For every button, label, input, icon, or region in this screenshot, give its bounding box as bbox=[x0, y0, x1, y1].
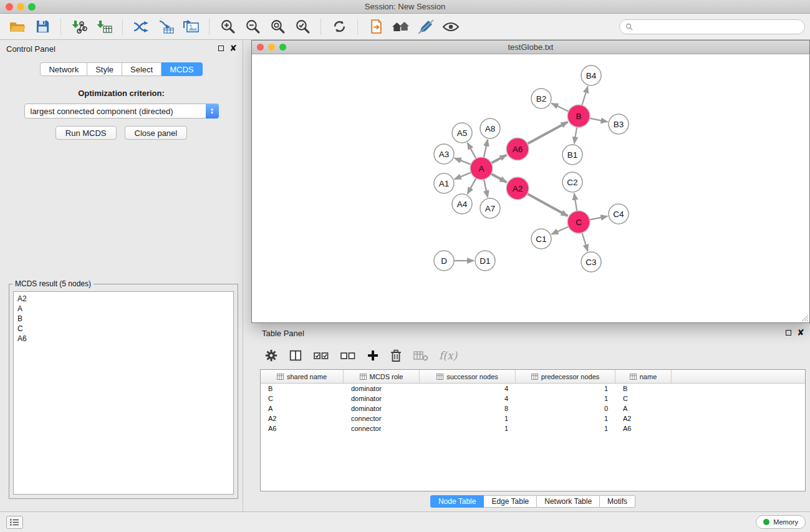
column-header-name[interactable]: name bbox=[615, 370, 672, 383]
graph-node-A3[interactable]: A3 bbox=[434, 144, 454, 164]
tab-select[interactable]: Select bbox=[122, 62, 162, 76]
graph-edge-C-C4[interactable] bbox=[590, 216, 608, 220]
select-all-button[interactable] bbox=[313, 349, 329, 362]
mcds-result-item[interactable]: A bbox=[17, 304, 229, 314]
import-network-from-database-button[interactable] bbox=[130, 16, 152, 37]
graph-edge-B-B2[interactable] bbox=[551, 104, 568, 112]
graph-node-C3[interactable]: C3 bbox=[581, 252, 601, 272]
show-graphics-details-button[interactable] bbox=[440, 16, 462, 37]
deselect-all-button[interactable] bbox=[340, 349, 356, 362]
mcds-result-item[interactable]: B bbox=[17, 314, 229, 324]
graph-node-A[interactable]: A bbox=[470, 157, 493, 180]
show-columns-button[interactable] bbox=[289, 349, 302, 362]
table-row[interactable]: Cdominator41C bbox=[261, 394, 805, 404]
table-row[interactable]: Adominator80A bbox=[261, 404, 805, 414]
graph-edge-C-C2[interactable] bbox=[574, 193, 577, 211]
graph-edge-C-C1[interactable] bbox=[551, 226, 568, 234]
tab-style[interactable]: Style bbox=[87, 62, 122, 76]
table-settings-button[interactable] bbox=[264, 349, 278, 362]
search-field[interactable] bbox=[619, 19, 805, 34]
graph-node-D[interactable]: D bbox=[434, 251, 454, 271]
graph-node-C[interactable]: C bbox=[567, 211, 590, 233]
import-table-from-file-button[interactable] bbox=[93, 16, 115, 37]
graph-node-A6[interactable]: A6 bbox=[506, 138, 529, 160]
graph-edge-A-A1[interactable] bbox=[455, 173, 471, 180]
graph-node-A2[interactable]: A2 bbox=[506, 177, 529, 200]
graph-edge-C-C3[interactable] bbox=[582, 233, 587, 251]
float-panel-icon[interactable] bbox=[218, 46, 224, 51]
annotation-mode-button[interactable] bbox=[415, 16, 437, 37]
graph-node-B[interactable]: B bbox=[567, 105, 590, 127]
graph-edge-B-B4[interactable] bbox=[582, 86, 587, 105]
function-builder-button[interactable]: f(x) bbox=[439, 349, 457, 362]
graph-edge-B-B1[interactable] bbox=[574, 127, 577, 143]
panel-selector-button[interactable] bbox=[6, 516, 23, 529]
delete-table-button[interactable] bbox=[413, 349, 428, 362]
import-network-from-file-button[interactable] bbox=[68, 16, 90, 37]
zoom-selected-button[interactable] bbox=[291, 16, 314, 37]
export-image-button[interactable] bbox=[180, 16, 202, 37]
mcds-result-list[interactable]: A2ABCA6 bbox=[13, 291, 234, 495]
apply-layout-button[interactable] bbox=[328, 16, 350, 37]
graph-edge-A-A2[interactable] bbox=[491, 174, 507, 183]
float-table-panel-icon[interactable] bbox=[786, 330, 791, 336]
graph-node-C4[interactable]: C4 bbox=[609, 204, 629, 224]
mcds-result-item[interactable]: A6 bbox=[17, 334, 229, 344]
close-table-panel-icon[interactable]: ✘ bbox=[797, 329, 804, 336]
open-session-button[interactable] bbox=[6, 16, 29, 37]
graph-node-A5[interactable]: A5 bbox=[452, 123, 472, 143]
tab-network-table[interactable]: Network Table bbox=[537, 495, 600, 508]
column-header-shared-name[interactable]: shared name bbox=[261, 370, 344, 383]
graph-node-B4[interactable]: B4 bbox=[581, 65, 601, 85]
tab-network[interactable]: Network bbox=[40, 62, 87, 76]
save-session-button[interactable] bbox=[31, 16, 54, 37]
tab-mcds[interactable]: MCDS bbox=[162, 62, 202, 76]
mcds-result-item[interactable]: A2 bbox=[17, 294, 229, 304]
graph-node-A8[interactable]: A8 bbox=[480, 118, 500, 138]
graph-edge-A-A6[interactable] bbox=[491, 155, 506, 163]
zoom-fit-button[interactable] bbox=[266, 16, 289, 37]
network-canvas[interactable]: B4B2BB3A5A8A6B1A3AC2A1A2A4A7C4CC1C3DD1 bbox=[252, 54, 809, 322]
graph-node-B1[interactable]: B1 bbox=[562, 145, 582, 165]
delete-column-button[interactable] bbox=[390, 349, 402, 362]
table-row[interactable]: Bdominator41B bbox=[261, 384, 805, 394]
column-header-successor-nodes[interactable]: successor nodes bbox=[420, 370, 516, 383]
table-row[interactable]: A2connector11A2 bbox=[261, 414, 805, 423]
tab-motifs[interactable]: Motifs bbox=[600, 495, 635, 508]
export-network-button[interactable] bbox=[365, 16, 387, 37]
graph-node-A4[interactable]: A4 bbox=[452, 194, 472, 214]
table-row[interactable]: A6connector11A6 bbox=[261, 423, 805, 433]
zoom-in-button[interactable] bbox=[216, 16, 239, 37]
graph-node-B3[interactable]: B3 bbox=[609, 114, 629, 134]
tab-edge-table[interactable]: Edge Table bbox=[484, 495, 537, 508]
graph-edge-A-A8[interactable] bbox=[484, 140, 488, 158]
close-panel-button[interactable]: Close panel bbox=[125, 126, 188, 140]
graph-edge-A-A5[interactable] bbox=[468, 143, 476, 158]
graph-edge-A-A3[interactable] bbox=[455, 158, 471, 164]
graph-node-A1[interactable]: A1 bbox=[434, 173, 454, 193]
graph-node-C2[interactable]: C2 bbox=[562, 172, 582, 192]
column-header-MCDS-role[interactable]: MCDS role bbox=[344, 370, 420, 383]
add-column-button[interactable] bbox=[367, 349, 379, 362]
graph-edge-A-A7[interactable] bbox=[484, 180, 488, 198]
tab-node-table[interactable]: Node Table bbox=[430, 495, 485, 508]
graph-node-A7[interactable]: A7 bbox=[480, 198, 500, 218]
resize-grip-icon[interactable] bbox=[801, 314, 809, 322]
graph-node-D1[interactable]: D1 bbox=[475, 251, 495, 271]
close-panel-icon[interactable]: ✘ bbox=[229, 45, 237, 51]
column-header-predecessor-nodes[interactable]: predecessor nodes bbox=[516, 370, 615, 383]
memory-button[interactable]: Memory bbox=[756, 515, 806, 529]
graph-edge-A2-C[interactable] bbox=[528, 194, 568, 216]
home-button[interactable] bbox=[390, 16, 412, 37]
search-input[interactable] bbox=[636, 22, 804, 31]
graph-edge-A-A4[interactable] bbox=[468, 178, 476, 194]
network-window-titlebar[interactable]: testGlobe.txt bbox=[252, 41, 809, 54]
graph-node-B2[interactable]: B2 bbox=[531, 89, 551, 109]
zoom-out-button[interactable] bbox=[241, 16, 264, 37]
graph-edge-A6-B[interactable] bbox=[528, 122, 568, 144]
optimization-criterion-select[interactable]: largest connected component (directed) ▲… bbox=[24, 104, 219, 118]
mcds-result-item[interactable]: C bbox=[17, 324, 229, 334]
run-mcds-button[interactable]: Run MCDS bbox=[55, 126, 117, 140]
graph-node-C1[interactable]: C1 bbox=[531, 229, 551, 249]
graph-edge-B-B3[interactable] bbox=[590, 118, 608, 122]
